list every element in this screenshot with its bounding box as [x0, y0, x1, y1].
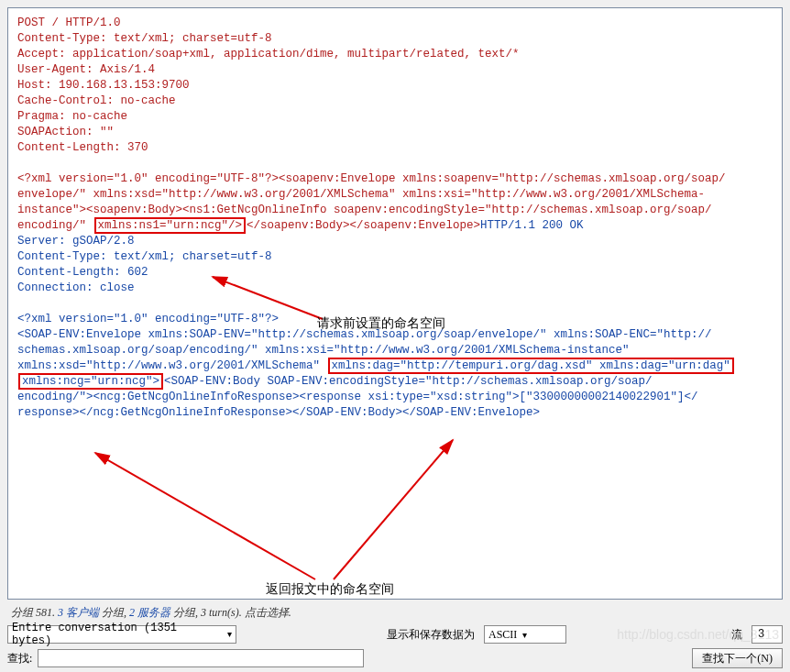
encoding-select[interactable]: ASCII	[484, 625, 566, 644]
find-row: 查找: 查找下一个(N)	[7, 647, 783, 669]
request-header: Content-Type: text/xml; charset=utf-8	[17, 31, 773, 47]
find-next-button[interactable]: 查找下一个(N)	[692, 648, 783, 668]
response-header: Server: gSOAP/2.8	[17, 234, 773, 249]
request-header: User-Agent: Axis/1.4	[17, 62, 773, 78]
response-ns-boxed-top: xmlns:dag="http://tempuri.org/dag.xsd" x…	[328, 358, 734, 374]
request-last-line: encoding/" xmlns:ns1="urn:ncg"/></soapen…	[17, 218, 773, 234]
response-header: Connection: close	[17, 281, 773, 296]
request-header: Cache-Control: no-cache	[17, 94, 773, 109]
request-header: SOAPAction: ""	[17, 125, 773, 140]
status-bar: 分组 581. 3 客户端 分组, 2 服务器 分组, 3 turn(s). 点…	[7, 603, 783, 620]
request-body: instance"><soapenv:Body><ns1:GetNcgOnlin…	[17, 203, 773, 218]
request-header: POST / HTTP/1.0	[17, 16, 773, 31]
request-header: Content-Length: 370	[17, 140, 773, 156]
response-status: HTTP/1.1 200 OK	[480, 219, 584, 232]
conversation-select[interactable]: Entire conversation (1351 bytes)	[7, 625, 236, 644]
response-ns-line2: xmlns:ncg="urn:ncg"><SOAP-ENV:Body SOAP-…	[17, 374, 773, 390]
request-body-tail: </soapenv:Body></soapenv:Envelope>	[247, 219, 480, 232]
response-header: Content-Type: text/xml; charset=utf-8	[17, 249, 773, 265]
stream-label: 流	[731, 627, 742, 643]
show-save-label: 显示和保存数据为	[387, 627, 475, 643]
response-ns-line: xmlns:xsd="http://www.w3.org/2001/XMLSch…	[17, 358, 773, 374]
response-header: Content-Length: 602	[17, 265, 773, 281]
stream-input[interactable]	[752, 625, 783, 644]
stream-value[interactable]	[756, 627, 778, 642]
response-body: schemas.xmlsoap.org/soap/encoding/" xmln…	[17, 343, 773, 358]
status-client: 3 客户端	[58, 606, 99, 619]
control-row: Entire conversation (1351 bytes) 显示和保存数据…	[7, 623, 783, 645]
response-body-tail: <SOAP-ENV:Body SOAP-ENV:encodingStyle="h…	[164, 375, 653, 388]
status-server: 2 服务器	[129, 606, 170, 619]
response-body: encoding/"><ncg:GetNcgOnlineInfoResponse…	[17, 390, 773, 405]
annotation-top: 请求前设置的命名空间	[317, 315, 445, 332]
status-tail: 分组, 3 turn(s). 点击选择.	[170, 606, 291, 619]
annotation-bottom: 返回报文中的命名空间	[266, 581, 394, 598]
find-next-label: 查找下一个(N)	[702, 651, 773, 666]
find-input[interactable]	[38, 649, 364, 667]
response-body: response></ncg:GetNcgOnlineInfoResponse>…	[17, 405, 773, 421]
request-body: envelope/" xmlns:xsd="http://www.w3.org/…	[17, 187, 773, 203]
request-header: Accept: application/soap+xml, applicatio…	[17, 47, 773, 62]
request-header: Pragma: no-cache	[17, 109, 773, 125]
request-body-prefix: encoding/"	[17, 219, 93, 232]
response-body-prefix: xmlns:xsd="http://www.w3.org/2001/XMLSch…	[17, 359, 327, 372]
request-ns-boxed: xmlns:ns1="urn:ncg"/>	[94, 217, 247, 234]
response-ns-boxed-bottom: xmlns:ncg="urn:ncg">	[18, 373, 163, 390]
request-header: Host: 190.168.13.153:9700	[17, 78, 773, 94]
encoding-select-value: ASCII	[488, 628, 517, 642]
find-label: 查找:	[7, 651, 32, 666]
request-body: <?xml version="1.0" encoding="UTF-8"?><s…	[17, 171, 773, 187]
status-prefix: 分组 581.	[11, 606, 58, 619]
packet-text-panel[interactable]: POST / HTTP/1.0 Content-Type: text/xml; …	[7, 7, 783, 600]
conversation-select-value: Entire conversation (1351 bytes)	[12, 622, 222, 647]
status-mid: 分组,	[99, 606, 129, 619]
